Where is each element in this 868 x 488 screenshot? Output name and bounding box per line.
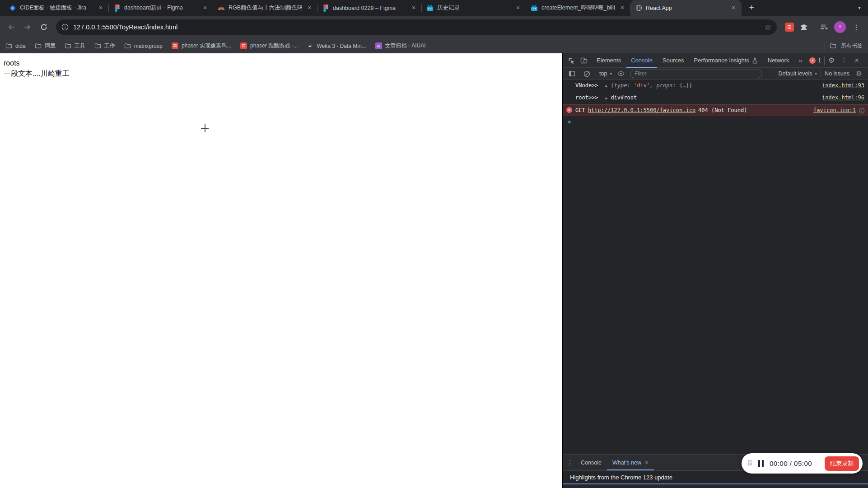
tab-sources[interactable]: Sources [658,53,689,68]
browser-tab-jira[interactable]: CIDE面板 - 敏捷面板 - Jira × [5,0,109,16]
reload-button[interactable] [36,19,51,35]
site-info-icon[interactable] [61,23,69,31]
issues-link[interactable]: No issues [825,70,849,77]
log-levels-dropdown[interactable]: Default levels ▾ [779,70,817,77]
folder-icon [65,43,71,49]
drawer-tab-console[interactable]: Console [575,455,607,470]
close-icon[interactable]: × [306,5,313,12]
folder-icon [830,43,836,49]
expand-arrow-icon[interactable]: ▶ [606,84,608,88]
console-sidebar-icon[interactable] [566,68,578,80]
side-panel-icon[interactable] [820,23,828,31]
initiator-icon[interactable]: i [859,108,864,113]
bookmark-folder-ali[interactable]: 阿里 [35,42,56,50]
weka-icon [307,42,313,49]
bookmark-folder-dida[interactable]: dida [5,43,26,49]
stop-recording-button[interactable]: 结束录制 [825,456,859,471]
console-filter-input[interactable] [630,70,762,78]
console-prompt[interactable]: > [563,116,868,128]
object-preview[interactable]: {type: 'div', props: {…}} [611,82,692,89]
close-icon[interactable]: × [201,5,209,12]
tab-elements[interactable]: Elements [592,53,625,68]
console-toolbar-right: Default levels ▾ No issues ⚙ [779,68,865,80]
folder-icon [35,43,42,49]
device-toolbar-icon[interactable] [578,55,590,66]
address-bar[interactable]: 127.0.0.1:5500/ToyReact/index.html ☆ [56,19,777,35]
browser-tab-figma-2[interactable]: dashboard 0229 – Figma × [317,0,422,16]
settings-gear-icon[interactable]: ⚙ [826,55,837,66]
context-selector[interactable]: top ▾ [599,70,612,77]
close-icon[interactable]: × [514,5,522,12]
error-url-link[interactable]: http://127.0.0.1:5500/favicon.ico [588,107,695,113]
forward-button[interactable] [20,19,35,35]
browser-menu-icon[interactable]: ⋮ [852,23,861,32]
expand-arrow-icon[interactable]: ▶ [606,96,608,100]
bookmark-phaser-run[interactable]: 简 phaser 跑酷游戏 -... [240,42,298,50]
browser-tab-react-app[interactable]: React App × [630,0,742,16]
error-badge[interactable]: × 1 [809,57,821,64]
console-empty-area[interactable] [563,128,868,454]
devtools-divider [591,56,591,65]
close-icon[interactable]: × [619,5,626,12]
close-icon[interactable]: × [730,5,737,12]
extension-icon[interactable] [785,23,794,32]
bookmarks-divider [825,42,825,51]
browser-tab-rgb[interactable]: RGB颜色值与十六进制颜色码转 × [213,0,317,16]
bilibili-icon [426,5,434,12]
close-icon[interactable]: × [97,5,104,12]
live-expression-eye-icon[interactable] [615,68,627,80]
bookmarks-bar: dida 阿里 工具 工作 matrixgroup 简 phaser 实现像素鸟… [0,38,868,53]
browser-tab-figma-1[interactable]: dashboard新ui – Figma × [109,0,213,16]
log-value[interactable]: div#root [611,94,637,101]
figma-icon [322,5,329,12]
close-icon[interactable]: × [645,459,649,466]
browser-tab-history[interactable]: 历史记录 × [422,0,526,16]
clear-console-icon[interactable] [581,68,593,80]
tab-performance-insights[interactable]: Performance insights [690,53,762,68]
devtools-menu-icon[interactable]: ⋮ [838,55,850,66]
bookmark-folder-work[interactable]: 工作 [94,42,115,50]
page-text-paragraph: 一段文本....川崎重工 [4,68,559,79]
toolbar-divider [814,23,814,32]
tab-title: dashboard 0229 – Figma [333,5,406,11]
drawer-tab-whats-new[interactable]: What's new × [607,455,654,470]
drawer-menu-icon[interactable]: ⋮ [565,455,575,470]
bookmark-folder-tools[interactable]: 工具 [65,42,85,50]
bookmark-aiuai[interactable]: AI 文章归档 - AIUAI [375,42,426,50]
drawer-footer [563,484,868,488]
browser-tab-bilibili[interactable]: createElement_哔哩哔哩_bilib × [526,0,630,16]
screen: { "icons": { "close": "×", "plus": "+", … [0,0,868,488]
console-messages: VNode>>▶{type: 'div', props: {…}} index.… [563,80,868,454]
devtools-close-icon[interactable]: × [851,55,863,66]
drag-handle-icon[interactable]: ⠿ [747,460,752,468]
back-button[interactable] [4,19,19,35]
bookmark-folder-matrixgroup[interactable]: matrixgroup [124,43,163,49]
figma-icon [113,5,121,12]
inspect-element-icon[interactable] [565,55,577,66]
tab-title: 历史记录 [437,4,511,12]
console-error-row: × GEThttp://127.0.0.1:5500/favicon.ico40… [563,104,868,116]
extensions-puzzle-icon[interactable] [800,23,808,31]
all-bookmarks[interactable]: 所有书签 [825,42,863,51]
new-tab-button[interactable]: + [745,1,758,14]
console-settings-gear-icon[interactable]: ⚙ [853,68,865,80]
tab-console[interactable]: Console [626,53,657,68]
tab-network[interactable]: Network [763,53,794,68]
bookmark-star-icon[interactable]: ☆ [765,23,771,31]
profile-avatar[interactable]: * [834,21,846,33]
globe-icon [635,5,642,12]
error-count-icon: × [809,57,816,64]
pause-button[interactable] [757,460,765,467]
more-tabs-icon[interactable]: » [794,55,806,66]
bookmark-phaser-bird[interactable]: 简 phaser 实现像素鸟... [172,42,231,50]
whats-new-headline[interactable]: Highlights from the Chrome 123 update [570,474,672,481]
source-link[interactable]: index.html:96 [816,94,864,101]
rainbow-icon [218,5,225,12]
page-text-roots: roots [4,58,559,68]
chevron-down-icon[interactable]: ▾ [858,5,861,11]
close-icon[interactable]: × [410,5,417,12]
folder-icon [5,43,12,49]
bookmark-weka[interactable]: Weka 3 - Data Min... [307,42,366,49]
source-link[interactable]: index.html:93 [816,82,864,89]
source-link[interactable]: favicon.ico:1 [807,107,856,113]
